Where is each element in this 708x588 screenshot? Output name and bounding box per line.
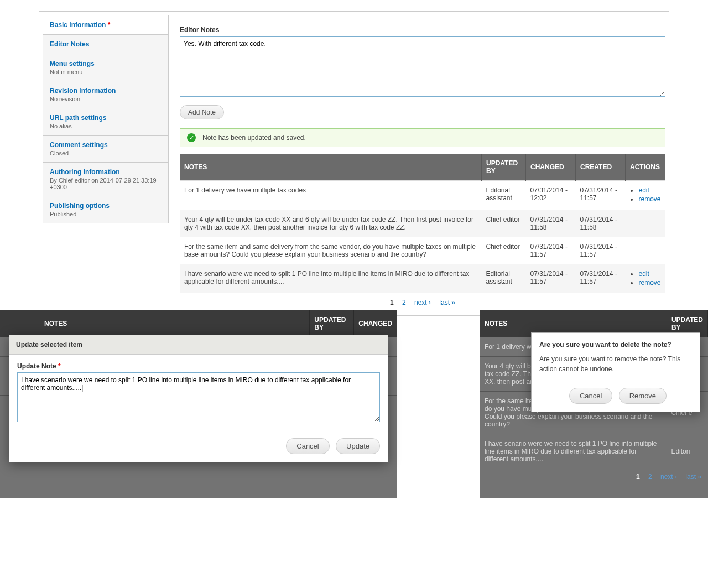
cell-updated-by: Editorial assistant	[481, 181, 525, 210]
cell-created: 07/31/2014 - 11:57	[575, 264, 625, 294]
table-row: Your 4 qty will be under tax code XX and…	[180, 210, 665, 237]
update-note-input[interactable]	[17, 372, 380, 422]
notes-table: NOTES UPDATED BY CHANGED CREATED ACTIONS…	[180, 154, 665, 293]
cell-updated-by: Chief editor	[481, 237, 525, 264]
sidebar-item-revision-information[interactable]: Revision information No revision	[43, 81, 169, 108]
th-notes: NOTES	[0, 310, 310, 337]
pager-last[interactable]: last »	[685, 473, 701, 481]
sidebar-item-comment-settings[interactable]: Comment settings Closed	[43, 136, 169, 163]
pager-last[interactable]: last »	[439, 299, 455, 306]
delete-dialog-text: Are you sure you want to remove the note…	[539, 354, 692, 374]
editor-notes-area: Editor Notes Add Note ✓ Note has been up…	[180, 15, 665, 312]
cell-created: 07/31/2014 - 11:58	[575, 210, 625, 237]
action-link-edit[interactable]: edit	[638, 186, 649, 194]
cell-actions: editremove	[625, 181, 665, 210]
sidebar-title: Comment settings	[50, 141, 162, 149]
pager-current: 1	[390, 299, 394, 306]
pager-next[interactable]: next ›	[660, 473, 677, 481]
update-dialog: Update selected item Update Note * Cance…	[9, 335, 388, 462]
sidebar-title: Menu settings	[50, 60, 162, 67]
cell-created: 07/31/2014 - 11:57	[575, 237, 625, 264]
action-link-remove[interactable]: remove	[638, 195, 660, 203]
cell-changed: 07/31/2014 - 12:02	[525, 181, 575, 210]
sidebar-item-basic-information[interactable]: Basic Information *	[43, 15, 169, 35]
sidebar-subtext: No revision	[50, 96, 162, 102]
update-dialog-update-button[interactable]: Update	[336, 438, 380, 454]
th-changed: CHANGED	[354, 310, 397, 337]
cell-note: I have senario were we need to split 1 P…	[180, 264, 481, 294]
update-note-label: Update Note	[17, 362, 56, 370]
sidebar-title: Publishing options	[50, 202, 162, 210]
cell-note: Your 4 qty will be under tax code XX and…	[180, 210, 481, 237]
update-overlay-snippet: NOTES UPDATED BY CHANGED - - - - 1 2 nex…	[0, 310, 397, 498]
pager-current: 1	[636, 473, 640, 481]
cell-changed: 07/31/2014 - 11:58	[525, 210, 575, 237]
pager-page-2[interactable]: 2	[648, 473, 652, 481]
cell-changed: 07/31/2014 - 11:57	[525, 264, 575, 294]
sidebar-subtext: By Chief editor on 2014-07-29 21:33:19 +…	[50, 177, 162, 190]
status-message-text: Note has been updated and saved.	[202, 134, 306, 142]
th-updated-by: UPDATED BY	[310, 310, 354, 337]
action-link-remove[interactable]: remove	[638, 279, 660, 287]
delete-dialog: Are you sure you want to delete the note…	[531, 332, 700, 412]
sidebar-title: Revision information	[50, 87, 162, 95]
cell-updated-by: Editorial assistant	[481, 264, 525, 294]
editor-notes-label: Editor Notes	[180, 26, 665, 34]
cell-updated-by: Editori	[667, 434, 707, 469]
cell-actions	[625, 210, 665, 237]
th-notes[interactable]: NOTES	[180, 154, 481, 181]
delete-overlay-snippet: NOTES UPDATED BY For 1 delivery we have …	[480, 310, 708, 498]
dark-pager-right: 1 2 next › last »	[480, 469, 708, 485]
delete-dialog-cancel-button[interactable]: Cancel	[569, 388, 612, 404]
sidebar-title: Basic Information	[50, 21, 106, 29]
required-mark: *	[58, 362, 61, 370]
sidebar-subtext: Not in menu	[50, 69, 162, 75]
sidebar-item-menu-settings[interactable]: Menu settings Not in menu	[43, 54, 169, 81]
required-mark: *	[108, 21, 111, 29]
th-changed[interactable]: CHANGED	[525, 154, 575, 181]
th-updated-by[interactable]: UPDATED BY	[481, 154, 525, 181]
sidebar-subtext: No alias	[50, 123, 162, 129]
main-panel: Basic Information * Editor Notes Menu se…	[39, 11, 669, 316]
sidebar-title: URL path settings	[50, 114, 162, 122]
sidebar-title: Authoring information	[50, 168, 162, 176]
cell-note: I have senario were we need to split 1 P…	[480, 434, 667, 469]
editor-notes-input[interactable]	[180, 36, 665, 97]
sidebar-subtext: Closed	[50, 150, 162, 157]
action-link-edit[interactable]: edit	[638, 270, 649, 278]
sidebar-title: Editor Notes	[50, 40, 89, 48]
cell-actions: editremove	[625, 264, 665, 294]
add-note-button[interactable]: Add Note	[180, 105, 224, 119]
pager-next[interactable]: next ›	[414, 299, 431, 306]
delete-dialog-remove-button[interactable]: Remove	[619, 388, 667, 404]
sidebar-item-authoring-information[interactable]: Authoring information By Chief editor on…	[43, 163, 169, 196]
cell-note: For 1 delivery we have multiple tax code…	[180, 181, 481, 210]
cell-updated-by: Chief editor	[481, 210, 525, 237]
cell-actions	[625, 237, 665, 264]
sidebar-tabs: Basic Information * Editor Notes Menu se…	[43, 15, 169, 312]
check-icon: ✓	[187, 133, 196, 142]
delete-dialog-title: Are you sure you want to delete the note…	[539, 341, 692, 348]
table-row: For 1 delivery we have multiple tax code…	[180, 181, 665, 210]
cell-note: For the same item and same delivery from…	[180, 237, 481, 264]
table-row: I have senario were we need to split 1 P…	[480, 434, 708, 469]
table-row: I have senario were we need to split 1 P…	[180, 264, 665, 294]
divider	[539, 381, 692, 381]
th-actions[interactable]: ACTIONS	[625, 154, 665, 181]
pager-page-2[interactable]: 2	[402, 299, 406, 306]
th-created[interactable]: CREATED	[575, 154, 625, 181]
update-dialog-title: Update selected item	[9, 335, 388, 355]
table-row: For the same item and same delivery from…	[180, 237, 665, 264]
status-message: ✓ Note has been updated and saved.	[180, 128, 665, 147]
pager: 1 2 next › last »	[180, 293, 665, 312]
sidebar-item-editor-notes[interactable]: Editor Notes	[43, 35, 169, 54]
cell-created: 07/31/2014 - 11:57	[575, 181, 625, 210]
sidebar-subtext: Published	[50, 211, 162, 217]
sidebar-item-url-path-settings[interactable]: URL path settings No alias	[43, 108, 169, 136]
cell-changed: 07/31/2014 - 11:57	[525, 237, 575, 264]
update-dialog-cancel-button[interactable]: Cancel	[286, 438, 329, 454]
sidebar-item-publishing-options[interactable]: Publishing options Published	[43, 196, 169, 223]
